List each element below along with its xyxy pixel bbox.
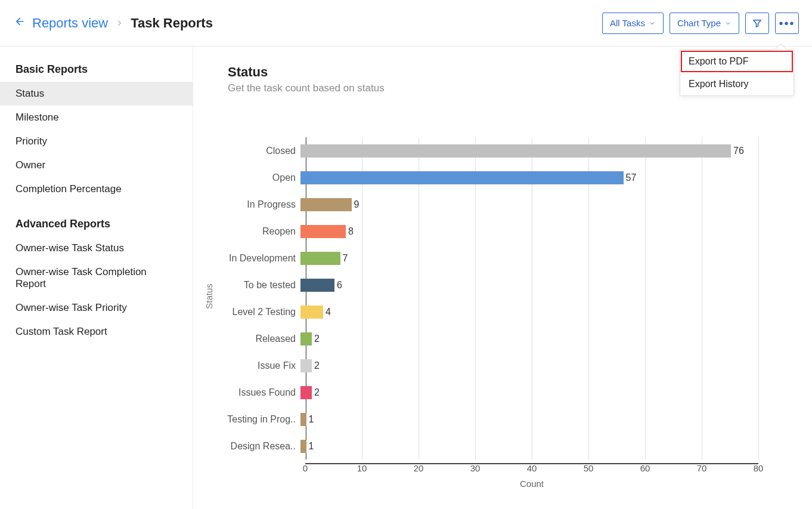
chart-value-label: 9 <box>354 199 359 210</box>
breadcrumb-link-reports-view[interactable]: Reports view <box>32 16 108 31</box>
chart-bar[interactable] <box>300 440 306 453</box>
x-tick-label: 60 <box>640 463 650 473</box>
chart-type-label: Chart Type <box>677 18 721 28</box>
x-tick-label: 80 <box>754 463 764 473</box>
chart-row: Issue Fix2 <box>305 352 758 379</box>
chart-bar[interactable] <box>300 359 312 372</box>
chart-value-label: 6 <box>337 280 342 291</box>
chart-category-label: To be tested <box>197 280 300 291</box>
chart-category-label: Testing in Prog.. <box>197 414 300 425</box>
sidebar-item-priority[interactable]: Priority <box>0 129 193 153</box>
sidebar-section-advanced: Advanced Reports <box>0 218 193 236</box>
chart-row: To be tested6 <box>305 272 758 298</box>
more-actions-menu: Export to PDF Export History <box>680 50 794 96</box>
chart-category-label: Released <box>197 334 300 344</box>
chevron-right-icon <box>115 16 123 31</box>
chart-bar[interactable] <box>300 252 340 265</box>
chart-category-label: Closed <box>197 146 300 156</box>
chart-value-label: 2 <box>314 387 320 398</box>
sidebar-item-owner-wise-task-priority[interactable]: Owner-wise Task Priority <box>0 296 193 320</box>
chart-value-label: 4 <box>326 307 331 317</box>
chart-category-label: In Progress <box>197 199 300 210</box>
sidebar-section-basic: Basic Reports <box>0 63 193 82</box>
chart-value-label: 7 <box>343 253 348 264</box>
chart-category-label: In Development <box>197 253 300 264</box>
chart-value-label: 2 <box>314 360 320 371</box>
header-actions: All Tasks Chart Type ••• Export to PDF E… <box>602 13 799 34</box>
x-tick-label: 20 <box>414 463 424 473</box>
sidebar-item-milestone[interactable]: Milestone <box>0 106 193 129</box>
x-tick-label: 40 <box>527 463 537 473</box>
chevron-down-icon <box>724 20 732 27</box>
all-tasks-dropdown[interactable]: All Tasks <box>602 13 664 34</box>
sidebar-item-owner-wise-task-completion-report[interactable]: Owner-wise Task Completion Report <box>0 260 193 296</box>
chart-value-label: 76 <box>733 146 744 156</box>
x-tick-label: 70 <box>697 463 707 473</box>
filter-button[interactable] <box>745 13 769 34</box>
page-title: Task Reports <box>131 16 213 31</box>
chart-row: Issues Found2 <box>305 379 758 406</box>
back-arrow-icon[interactable] <box>13 16 25 31</box>
chart-category-label: Open <box>197 172 300 183</box>
chart-row: Testing in Prog..1 <box>305 406 758 433</box>
menu-item-export-history[interactable]: Export History <box>680 73 794 95</box>
chart-category-label: Level 2 Testing <box>197 307 300 317</box>
chart-row: In Progress9 <box>305 191 758 218</box>
header-bar: Reports view Task Reports All Tasks Char… <box>0 0 812 47</box>
chart: Status Closed76Open57In Progress9Reopen8… <box>197 137 793 489</box>
chart-bar[interactable] <box>300 225 346 238</box>
chart-row: In Development7 <box>305 245 758 272</box>
chart-plot-area: Closed76Open57In Progress9Reopen8In Deve… <box>305 137 758 459</box>
chart-row: Level 2 Testing4 <box>305 298 758 325</box>
chart-value-label: 57 <box>626 172 637 183</box>
all-tasks-label: All Tasks <box>610 18 645 28</box>
sidebar-item-owner[interactable]: Owner <box>0 153 193 177</box>
chart-category-label: Design Resea.. <box>197 441 300 452</box>
x-axis-ticks: 01020304050607080 <box>305 463 758 476</box>
chart-bar[interactable] <box>300 413 306 426</box>
menu-item-export-pdf[interactable]: Export to PDF <box>680 50 794 73</box>
chart-value-label: 1 <box>309 441 314 452</box>
chart-bar[interactable] <box>300 306 323 319</box>
x-axis-label: Count <box>305 479 758 489</box>
chart-type-dropdown[interactable]: Chart Type <box>670 13 739 34</box>
chart-value-label: 2 <box>314 334 320 344</box>
sidebar-item-custom-task-report[interactable]: Custom Task Report <box>0 320 193 344</box>
chart-row: Closed76 <box>305 137 758 164</box>
more-actions-button[interactable]: ••• <box>775 13 799 34</box>
chart-row: Open57 <box>305 164 758 191</box>
chart-category-label: Issues Found <box>197 387 300 398</box>
chart-bar[interactable] <box>300 171 624 184</box>
sidebar-item-completion-percentage[interactable]: Completion Percentage <box>0 177 193 201</box>
chart-bar[interactable] <box>300 198 352 211</box>
chart-category-label: Issue Fix <box>197 360 300 371</box>
x-tick-label: 50 <box>584 463 594 473</box>
chart-bar[interactable] <box>300 332 312 345</box>
chart-bar[interactable] <box>300 386 312 399</box>
sidebar-item-status[interactable]: Status <box>0 82 193 106</box>
x-tick-label: 10 <box>357 463 367 473</box>
chart-category-label: Reopen <box>197 226 300 237</box>
sidebar: Basic Reports StatusMilestonePriorityOwn… <box>0 47 193 509</box>
chart-row: Design Resea..1 <box>305 433 758 459</box>
sidebar-item-owner-wise-task-status[interactable]: Owner-wise Task Status <box>0 236 193 260</box>
x-tick-label: 0 <box>303 463 308 473</box>
chart-value-label: 8 <box>348 226 354 237</box>
chart-row: Reopen8 <box>305 218 758 245</box>
filter-icon <box>752 18 763 29</box>
chevron-down-icon <box>649 20 656 27</box>
chart-row: Released2 <box>305 325 758 352</box>
chart-bar[interactable] <box>300 279 334 292</box>
breadcrumb: Reports view Task Reports <box>13 16 213 31</box>
chart-value-label: 1 <box>309 414 314 425</box>
chart-bar[interactable] <box>300 144 731 158</box>
x-tick-label: 30 <box>470 463 481 473</box>
